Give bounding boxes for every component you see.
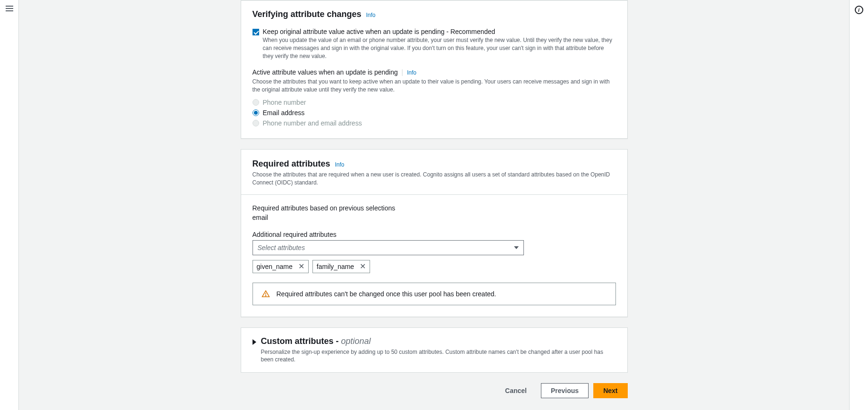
based-on-label: Required attributes based on previous se… (253, 204, 616, 212)
active-values-radio-group: Phone number Email address Phone number … (253, 99, 616, 127)
custom-title: Custom attributes - optional (261, 336, 371, 346)
custom-desc: Personalize the sign-up experience by ad… (261, 348, 616, 364)
required-attributes-panel: Required attributes Info Choose the attr… (241, 149, 628, 317)
radio-email[interactable] (253, 109, 259, 116)
wizard-actions: Cancel Previous Next (241, 383, 628, 399)
main-content: Verifying attribute changes Info Keep or… (19, 0, 868, 410)
active-values-desc: Choose the attributes that you want to k… (253, 78, 616, 94)
radio-phone (253, 99, 259, 106)
radio-email-label: Email address (263, 109, 305, 117)
token-label: given_name (257, 263, 293, 270)
required-info-link[interactable]: Info (335, 161, 344, 168)
active-values-heading: Active attribute values when an update i… (253, 68, 398, 76)
required-desc: Choose the attributes that are required … (253, 171, 616, 187)
verifying-info-link[interactable]: Info (366, 12, 375, 18)
additional-label: Additional required attributes (253, 231, 616, 238)
caret-right-icon (253, 339, 256, 345)
active-values-info-link[interactable]: Info (407, 69, 416, 76)
required-title: Required attributes (253, 159, 330, 168)
radio-phone-label: Phone number (263, 99, 306, 106)
cancel-button[interactable]: Cancel (496, 383, 536, 398)
selected-tokens: given_name ✕ family_name ✕ (253, 260, 616, 273)
radio-both (253, 120, 259, 126)
menu-toggle-icon[interactable] (6, 6, 13, 11)
token-family-name: family_name ✕ (312, 260, 370, 273)
radio-both-label: Phone number and email address (263, 119, 362, 127)
additional-attributes-select[interactable]: Select attributes (253, 240, 524, 255)
help-panel-icon[interactable]: i (855, 6, 863, 14)
keep-original-checkbox[interactable] (253, 29, 259, 35)
warning-icon (261, 290, 270, 298)
select-placeholder: Select attributes (258, 244, 305, 251)
close-icon[interactable]: ✕ (298, 263, 304, 270)
svg-point-1 (265, 295, 266, 296)
keep-original-help: When you update the value of an email or… (263, 36, 616, 60)
right-help-rail: i (849, 0, 868, 410)
required-warning-alert: Required attributes can't be changed onc… (253, 283, 616, 305)
close-icon[interactable]: ✕ (360, 263, 366, 270)
verifying-attribute-changes-panel: Verifying attribute changes Info Keep or… (241, 0, 628, 139)
alert-text: Required attributes can't be changed onc… (277, 290, 497, 298)
based-on-value: email (253, 214, 616, 221)
verifying-title: Verifying attribute changes (253, 9, 362, 19)
token-label: family_name (317, 263, 354, 270)
previous-button[interactable]: Previous (541, 383, 589, 398)
token-given-name: given_name ✕ (253, 260, 309, 273)
left-nav-rail (0, 0, 19, 410)
custom-attributes-toggle[interactable]: Custom attributes - optional Personalize… (253, 336, 616, 364)
next-button[interactable]: Next (593, 383, 627, 398)
chevron-down-icon (514, 246, 519, 249)
keep-original-label: Keep original attribute value active whe… (263, 28, 616, 35)
custom-attributes-panel: Custom attributes - optional Personalize… (241, 327, 628, 373)
